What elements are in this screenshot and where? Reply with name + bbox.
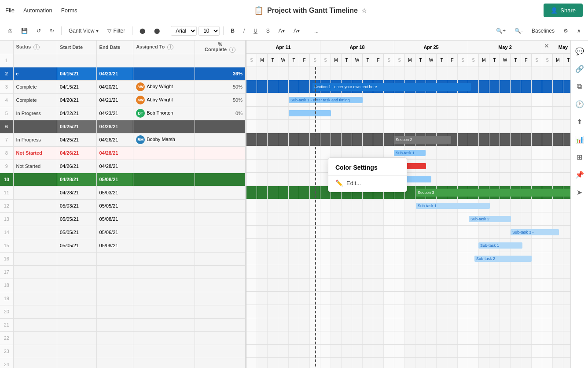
gantt-row-12[interactable]: Sub-task 2: [246, 212, 570, 226]
row-1-status[interactable]: [13, 54, 57, 67]
row-5-status[interactable]: In Progress: [13, 107, 57, 120]
gantt-row-7[interactable]: Sub-task 1: [246, 146, 570, 160]
row-4-start[interactable]: 04/20/21: [57, 93, 96, 107]
star-icon[interactable]: ☆: [361, 7, 367, 14]
row-1-start[interactable]: [57, 54, 96, 67]
sidebar-pin-icon[interactable]: 📌: [573, 167, 587, 182]
gantt-bar-row-4[interactable]: [289, 110, 331, 116]
row-10-status[interactable]: [13, 173, 57, 186]
row-9-end[interactable]: 04/28/21: [96, 160, 133, 173]
sidebar-grid-icon[interactable]: ⊞: [573, 150, 587, 164]
underline-button[interactable]: U: [250, 26, 261, 36]
gantt-bar-row-10[interactable]: Section 3: [416, 189, 570, 197]
menu-file[interactable]: File: [5, 7, 15, 14]
row-7-assigned[interactable]: BMBobby Marsh: [133, 133, 195, 146]
row-4-assigned[interactable]: AWAbby Wright: [133, 93, 195, 107]
gantt-row-14[interactable]: Sub-task 1: [246, 239, 570, 252]
gantt-bar-row-12[interactable]: Sub-task 2: [469, 216, 511, 222]
row-7-end[interactable]: 04/26/21: [96, 133, 133, 146]
sidebar-history-icon[interactable]: 🕐: [573, 97, 587, 111]
sidebar-send-icon[interactable]: ➤: [573, 185, 587, 199]
collapse-button[interactable]: ∧: [573, 26, 584, 36]
gantt-row-6[interactable]: Section 2: [246, 133, 570, 146]
sidebar-layers-icon[interactable]: ⧉: [573, 79, 587, 93]
zoom-out-button[interactable]: 🔍-: [511, 26, 526, 36]
gantt-row-9[interactable]: Sub-task 3: [246, 173, 570, 186]
settings-button[interactable]: ⚙: [560, 26, 572, 36]
font-select[interactable]: Arial: [171, 26, 197, 36]
more-button[interactable]: ...: [311, 26, 322, 36]
row-5-end[interactable]: 04/23/21: [96, 107, 133, 120]
row-3-end[interactable]: 04/20/21: [96, 80, 133, 93]
zoom-in-button[interactable]: 🔍+: [492, 26, 509, 36]
row-8-start[interactable]: 04/26/21: [57, 146, 96, 160]
font-size-select[interactable]: 10: [198, 26, 220, 36]
sidebar-comment-icon[interactable]: 💬: [573, 44, 587, 58]
gantt-row-23[interactable]: [246, 358, 570, 368]
row-6-status[interactable]: [13, 120, 57, 133]
align-right-button[interactable]: ⬤: [151, 26, 163, 36]
row-9-pct[interactable]: [195, 160, 246, 173]
row-5-assigned[interactable]: BTBob Thorton: [133, 107, 195, 120]
gantt-bar-row-7[interactable]: Sub-task 1: [394, 150, 426, 156]
row-2-assigned[interactable]: [133, 67, 195, 80]
gantt-bar-row-11[interactable]: Sub-task 1: [416, 203, 490, 209]
row-1-assigned[interactable]: [133, 54, 195, 67]
strikethrough-button[interactable]: S: [263, 26, 273, 36]
gantt-row-8[interactable]: Sub-task 2: [246, 160, 570, 173]
gantt-row-3[interactable]: Sub-task 1 - enter task and timing: [246, 93, 570, 107]
text-color-button[interactable]: A▾: [290, 26, 303, 36]
gantt-bar-row-14[interactable]: Sub-task 1: [478, 242, 522, 249]
gantt-row-18[interactable]: [246, 292, 570, 305]
gantt-row-1[interactable]: [246, 67, 570, 80]
row-5-pct[interactable]: 0%: [195, 107, 246, 120]
row-2-pct[interactable]: 36%: [195, 67, 246, 80]
redo-button[interactable]: ↻: [46, 26, 58, 36]
row-3-start[interactable]: 04/15/21: [57, 80, 96, 93]
row-1-pct[interactable]: [195, 54, 246, 67]
gantt-row-19[interactable]: [246, 305, 570, 318]
edit-menu-item[interactable]: ✏️ Edit...: [328, 176, 407, 190]
gantt-row-20[interactable]: [246, 318, 570, 331]
row-4-pct[interactable]: 50%: [195, 93, 246, 107]
gantt-bar-row-13[interactable]: Sub-task 3 -: [511, 229, 559, 235]
baselines-button[interactable]: Baselines: [528, 26, 558, 36]
align-left-button[interactable]: ⬤: [136, 26, 149, 36]
row-9-start[interactable]: 04/26/21: [57, 160, 96, 173]
gantt-bar-row-3[interactable]: Sub-task 1 - enter task and timing: [289, 97, 363, 103]
row-10-start[interactable]: 04/28/21: [57, 173, 96, 186]
row-3-pct[interactable]: 50%: [195, 80, 246, 93]
row-6-start[interactable]: 04/25/21: [57, 120, 96, 133]
row-4-end[interactable]: 04/21/21: [96, 93, 133, 107]
row-10-end[interactable]: 05/08/21: [96, 173, 133, 186]
gantt-row-4[interactable]: [246, 107, 570, 120]
row-2-end[interactable]: 04/23/21: [96, 67, 133, 80]
gantt-row-15[interactable]: Sub-task 2: [246, 252, 570, 265]
row-3-status[interactable]: Complete: [13, 80, 57, 93]
gantt-row-10[interactable]: Section 3: [246, 186, 570, 199]
row-7-start[interactable]: 04/25/21: [57, 133, 96, 146]
sidebar-upload-icon[interactable]: ⬆: [573, 115, 587, 129]
row-7-pct[interactable]: [195, 133, 246, 146]
row-4-status[interactable]: Complete: [13, 93, 57, 107]
menu-forms[interactable]: Forms: [61, 7, 77, 14]
gantt-row-5[interactable]: [246, 120, 570, 133]
gantt-row-17[interactable]: [246, 279, 570, 292]
italic-button[interactable]: I: [240, 26, 248, 36]
close-icon[interactable]: ✕: [541, 41, 552, 51]
gantt-view-button[interactable]: Gantt View ▾: [65, 26, 102, 36]
row-3-assigned[interactable]: AWAbby Wright: [133, 80, 195, 93]
row-6-assigned[interactable]: [133, 120, 195, 133]
row-2-start[interactable]: 04/15/21: [57, 67, 96, 80]
gantt-bar-row-15[interactable]: Sub-task 2: [474, 256, 532, 262]
highlight-button[interactable]: A▾: [275, 26, 288, 36]
row-9-assigned[interactable]: [133, 160, 195, 173]
gantt-row-2[interactable]: Section 1 - enter your own text here: [246, 80, 570, 93]
gantt-row-22[interactable]: [246, 345, 570, 358]
sidebar-link-icon[interactable]: 🔗: [573, 62, 587, 76]
row-2-status[interactable]: e: [13, 67, 57, 80]
share-button[interactable]: 👤 Share: [544, 4, 583, 17]
bold-button[interactable]: B: [227, 26, 238, 36]
gantt-row-13[interactable]: Sub-task 3 -: [246, 226, 570, 239]
row-6-end[interactable]: 04/28/21: [96, 120, 133, 133]
